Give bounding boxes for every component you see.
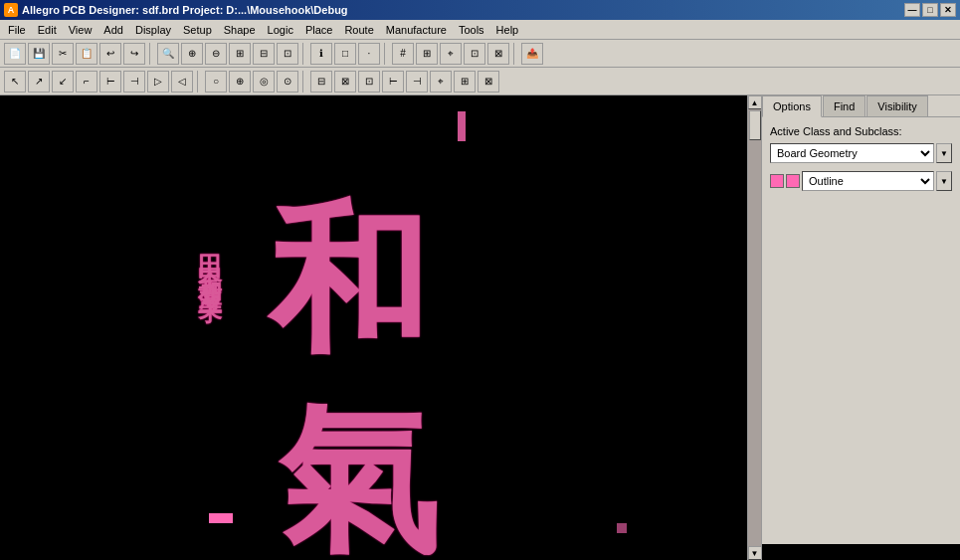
color-swatch-outer[interactable] — [770, 174, 784, 188]
toolbar-button[interactable]: ⊡ — [277, 43, 298, 65]
panel-color-bar — [762, 544, 960, 560]
tab-find[interactable]: Find — [823, 95, 865, 116]
toolbar-button[interactable]: ↩ — [99, 43, 121, 65]
scroll-thumb[interactable] — [749, 110, 761, 140]
toolbar-button[interactable]: · — [358, 43, 380, 65]
menu-item-setup[interactable]: Setup — [177, 22, 218, 38]
kanji-second: 氣 — [279, 374, 438, 560]
class-dropdown-arrow[interactable]: ▼ — [936, 143, 952, 163]
toolbar-button[interactable]: 🔍 — [157, 43, 179, 65]
toolbar-button[interactable]: ⊙ — [277, 71, 298, 93]
toolbar-button[interactable]: ⊟ — [253, 43, 275, 65]
toolbar-separator — [149, 43, 153, 65]
menu-item-tools[interactable]: Tools — [453, 22, 490, 38]
toolbar-button[interactable]: ↙ — [52, 71, 74, 93]
toolbar-button[interactable]: ↪ — [123, 43, 145, 65]
toolbar-button[interactable]: ▷ — [147, 71, 169, 93]
menu-item-file[interactable]: File — [2, 22, 32, 38]
main-content: 和 氣 田中金和薄美子 ▲ ▼ Options Find Visibility … — [0, 95, 960, 560]
minimize-button[interactable]: — — [904, 3, 920, 17]
toolbar-separator — [197, 71, 201, 93]
menu-item-logic[interactable]: Logic — [262, 22, 299, 38]
right-panel: Options Find Visibility Active Class and… — [761, 95, 960, 560]
pcb-canvas: 和 氣 田中金和薄美子 — [0, 95, 747, 560]
toolbar-button[interactable]: ℹ — [310, 43, 332, 65]
toolbar-button[interactable]: ◎ — [253, 71, 275, 93]
toolbar1: 📄💾✂📋↩↪🔍⊕⊖⊞⊟⊡ℹ□·#⊞⌖⊡⊠📤 — [0, 40, 960, 68]
menu-bar: FileEditViewAddDisplaySetupShapeLogicPla… — [0, 20, 960, 40]
subclass-dropdown-row: Outline Silkscreen_Top Assembly_Top ▼ — [770, 171, 952, 191]
menu-item-help[interactable]: Help — [490, 22, 525, 38]
toolbar-button[interactable]: ⊢ — [382, 71, 404, 93]
title-bar-left: A Allegro PCB Designer: sdf.brd Project:… — [4, 3, 348, 17]
kanji-main: 和 — [269, 175, 428, 390]
subclass-dropdown[interactable]: Outline Silkscreen_Top Assembly_Top — [802, 171, 934, 191]
toolbar-button[interactable]: ⊞ — [454, 71, 476, 93]
toolbar-button[interactable]: ⊠ — [334, 71, 356, 93]
tab-options[interactable]: Options — [762, 95, 822, 117]
toolbar-button[interactable]: ⊠ — [487, 43, 509, 65]
panel-content: Active Class and Subclass: Board Geometr… — [762, 117, 960, 544]
toolbar-button[interactable]: ⌖ — [430, 71, 452, 93]
menu-item-manufacture[interactable]: Manufacture — [380, 22, 453, 38]
title-bar: A Allegro PCB Designer: sdf.brd Project:… — [0, 0, 960, 20]
menu-item-edit[interactable]: Edit — [32, 22, 63, 38]
toolbar-button[interactable]: 💾 — [28, 43, 50, 65]
toolbar-button[interactable]: ⊟ — [310, 71, 332, 93]
toolbar-button[interactable]: ⊡ — [358, 71, 380, 93]
color-swatch-inner[interactable] — [786, 174, 800, 188]
kanji-side: 田中金和薄美子 — [194, 235, 226, 290]
close-button[interactable]: ✕ — [940, 3, 956, 17]
class-dropdown[interactable]: Board Geometry Etch Package Geometry — [770, 143, 934, 163]
menu-item-shape[interactable]: Shape — [218, 22, 262, 38]
menu-item-place[interactable]: Place — [299, 22, 339, 38]
scroll-down-arrow[interactable]: ▼ — [748, 546, 762, 560]
menu-item-route[interactable]: Route — [338, 22, 379, 38]
canvas-scrollbar[interactable]: ▲ ▼ — [747, 95, 761, 560]
toolbar-button[interactable]: ✂ — [52, 43, 74, 65]
toolbar-button[interactable]: ⊣ — [406, 71, 428, 93]
toolbar-button[interactable]: ⊕ — [229, 71, 251, 93]
toolbar-button[interactable]: ⊡ — [464, 43, 485, 65]
window-title: Allegro PCB Designer: sdf.brd Project: D… — [22, 4, 348, 16]
toolbar-separator — [302, 43, 306, 65]
toolbar2: ↖↗↙⌐⊢⊣▷◁○⊕◎⊙⊟⊠⊡⊢⊣⌖⊞⊠ — [0, 68, 960, 95]
panel-tabs: Options Find Visibility — [762, 95, 960, 117]
toolbar-button[interactable]: 📋 — [76, 43, 97, 65]
toolbar-button[interactable]: ⊢ — [99, 71, 121, 93]
toolbar-button[interactable]: ⊕ — [181, 43, 203, 65]
window-controls[interactable]: — □ ✕ — [904, 3, 956, 17]
tab-visibility[interactable]: Visibility — [866, 95, 928, 116]
app-icon: A — [4, 3, 18, 17]
menu-item-display[interactable]: Display — [129, 22, 177, 38]
menu-item-view[interactable]: View — [63, 22, 98, 38]
toolbar-button[interactable]: ⌐ — [76, 71, 97, 93]
scroll-up-arrow[interactable]: ▲ — [748, 95, 762, 109]
scroll-track[interactable] — [748, 109, 762, 546]
toolbar-button[interactable]: ○ — [205, 71, 227, 93]
toolbar-button[interactable]: 📄 — [4, 43, 26, 65]
toolbar-button[interactable]: ⊣ — [123, 71, 145, 93]
menu-item-add[interactable]: Add — [97, 22, 129, 38]
canvas-area[interactable]: 和 氣 田中金和薄美子 — [0, 95, 747, 560]
toolbar-separator — [513, 43, 517, 65]
toolbar-button[interactable]: ⌖ — [440, 43, 462, 65]
subclass-dropdown-arrow[interactable]: ▼ — [936, 171, 952, 191]
toolbar-button[interactable]: ⊞ — [416, 43, 438, 65]
class-dropdown-row: Board Geometry Etch Package Geometry ▼ — [770, 143, 952, 163]
toolbar-button[interactable]: ↗ — [28, 71, 50, 93]
toolbar-button[interactable]: ⊖ — [205, 43, 227, 65]
toolbar-button[interactable]: □ — [334, 43, 356, 65]
toolbar-button[interactable]: ◁ — [171, 71, 193, 93]
toolbar-button[interactable]: ⊞ — [229, 43, 251, 65]
toolbar-separator — [302, 71, 306, 93]
toolbar-button[interactable]: ⊠ — [478, 71, 499, 93]
toolbar-button[interactable]: # — [392, 43, 414, 65]
toolbar-button[interactable]: 📤 — [521, 43, 543, 65]
toolbar-separator — [384, 43, 388, 65]
active-class-label: Active Class and Subclass: — [770, 125, 952, 137]
toolbar-button[interactable]: ↖ — [4, 71, 26, 93]
maximize-button[interactable]: □ — [922, 3, 938, 17]
